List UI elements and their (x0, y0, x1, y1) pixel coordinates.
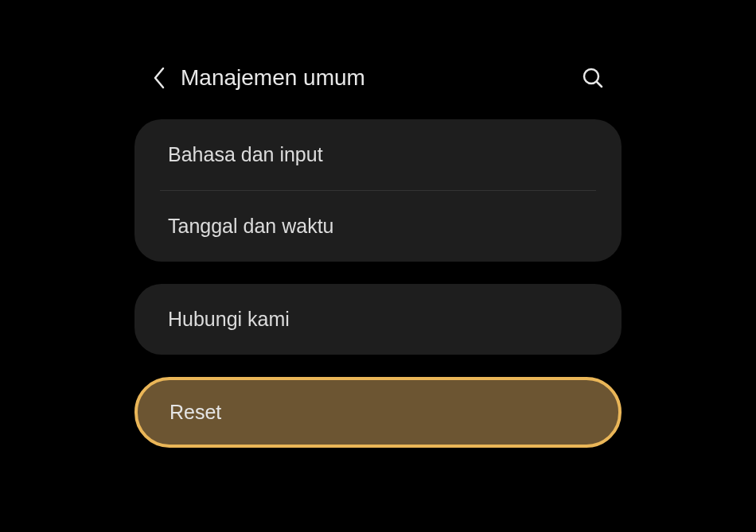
settings-group-highlighted: Reset (134, 377, 622, 448)
settings-group: Bahasa dan input Tanggal dan waktu (134, 119, 622, 262)
list-item-label: Tanggal dan waktu (168, 215, 333, 237)
list-item-date-time[interactable]: Tanggal dan waktu (134, 191, 622, 262)
list-item-reset[interactable]: Reset (138, 380, 618, 445)
list-item-language-input[interactable]: Bahasa dan input (134, 119, 622, 190)
back-icon[interactable] (152, 66, 166, 90)
settings-screen: Manajemen umum Bahasa dan input Tanggal … (131, 49, 625, 448)
list-item-label: Bahasa dan input (168, 143, 323, 165)
list-item-label: Reset (170, 401, 221, 423)
list-item-label: Hubungi kami (168, 308, 290, 330)
settings-group: Hubungi kami (134, 284, 622, 355)
search-icon[interactable] (582, 67, 604, 89)
header: Manajemen umum (131, 49, 625, 119)
list-item-contact-us[interactable]: Hubungi kami (134, 284, 622, 355)
page-title: Manajemen umum (181, 65, 582, 91)
